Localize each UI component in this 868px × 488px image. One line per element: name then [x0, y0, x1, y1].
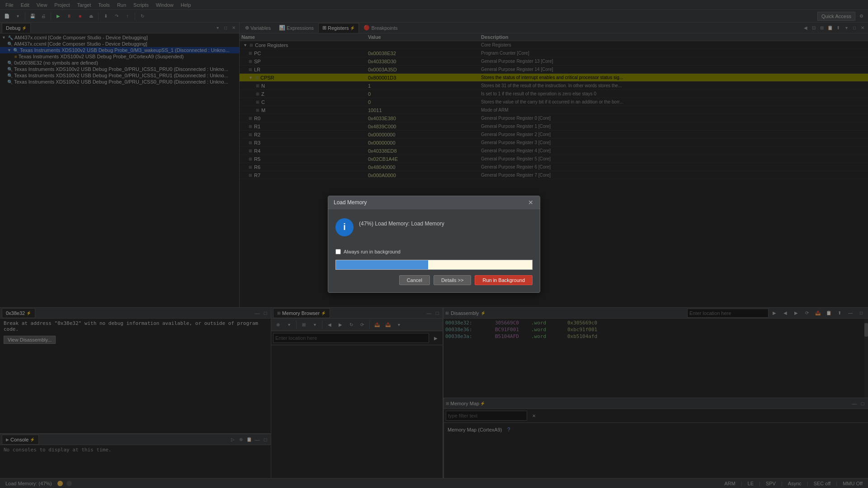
modal-cancel-btn[interactable]: Cancel — [399, 275, 430, 285]
load-memory-dialog: Load Memory ✕ i (47%) Load Memory: Load … — [328, 196, 540, 293]
modal-details-btn[interactable]: Details >> — [434, 275, 472, 285]
modal-icon-label: i — [343, 222, 346, 232]
modal-title-bar: Load Memory ✕ — [328, 196, 540, 209]
modal-checkbox-row: Always run in background — [335, 249, 533, 254]
modal-run-bg-btn[interactable]: Run in Background — [475, 275, 533, 285]
modal-body: i (47%) Load Memory: Load Memory — [328, 209, 540, 245]
modal-title: Load Memory — [334, 199, 367, 206]
modal-progress-bar — [336, 260, 428, 269]
modal-footer: Always run in background Cancel Details … — [328, 245, 540, 292]
modal-buttons: Cancel Details >> Run in Background — [335, 275, 533, 285]
modal-overlay: Load Memory ✕ i (47%) Load Memory: Load … — [0, 0, 868, 488]
modal-checkbox-label: Always run in background — [344, 249, 401, 254]
modal-close-btn[interactable]: ✕ — [527, 199, 534, 206]
modal-message: (47%) Load Memory: Load Memory — [359, 218, 444, 236]
modal-progress-bar-bg — [335, 260, 533, 270]
modal-always-bg-checkbox[interactable] — [335, 249, 341, 254]
modal-info-icon: i — [335, 218, 354, 236]
